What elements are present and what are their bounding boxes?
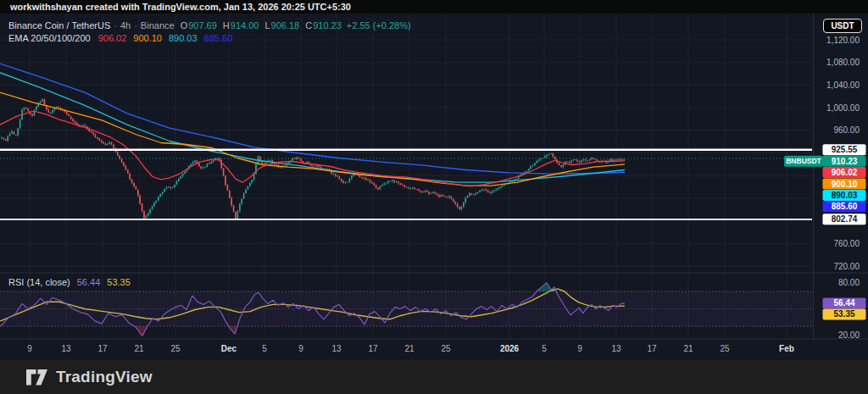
candle-body <box>123 163 125 166</box>
candle-body <box>11 131 13 134</box>
candle-body <box>7 136 8 142</box>
currency-toggle-button[interactable]: USDT <box>823 19 862 33</box>
candle-body <box>489 192 491 193</box>
candle-body <box>223 168 225 175</box>
candle-body <box>447 197 448 197</box>
candle-body <box>342 181 344 183</box>
open-value: 907.69 <box>188 20 217 31</box>
candle-body <box>540 158 542 159</box>
candle-body <box>469 193 470 196</box>
candle-body <box>585 159 587 160</box>
open-label: O <box>181 20 188 31</box>
candle-body <box>192 162 194 164</box>
candle-body <box>591 158 593 159</box>
candle-body <box>332 174 334 175</box>
candle-body <box>40 102 42 103</box>
tradingview-logo-icon[interactable] <box>25 369 48 386</box>
time-axis-label: 9 <box>298 344 303 353</box>
candle-body <box>376 186 377 188</box>
symbol-price-tag-text: BNBUSDT <box>786 157 821 165</box>
candle-body <box>111 142 113 145</box>
candle-body <box>485 189 487 190</box>
candle-body <box>105 144 107 146</box>
candle-body <box>538 159 540 161</box>
candle-body <box>264 164 265 164</box>
candle-body <box>239 203 241 211</box>
candle-body <box>203 168 204 169</box>
price-axis-label: 1,000.00 <box>826 103 860 113</box>
candle-body <box>207 164 209 167</box>
candle-body <box>367 180 369 180</box>
candle-body <box>210 162 212 164</box>
tradingview-brand-text[interactable]: TradingView <box>56 368 153 386</box>
ema-indicator-label[interactable]: EMA 20/50/100/200 <box>8 33 91 43</box>
rsi-indicator-label[interactable]: RSI (14, close) <box>8 277 70 287</box>
candle-body <box>412 188 414 189</box>
candle-body <box>147 214 149 216</box>
candle-body <box>245 190 247 193</box>
candle-body <box>162 191 164 194</box>
candle-body <box>431 193 432 194</box>
exchange-label[interactable]: Binance <box>141 20 175 31</box>
candle-body <box>534 163 536 165</box>
candle-body <box>595 159 597 160</box>
candle-body <box>441 195 442 197</box>
symbol-row: Binance Coin / TetherUS·4h·BinanceO907.6… <box>8 19 411 32</box>
time-axis-label: 17 <box>368 344 378 353</box>
candle-body <box>209 164 210 164</box>
candle-body <box>180 176 181 179</box>
candle-body <box>194 160 196 162</box>
candle-body <box>251 180 253 182</box>
candle-body <box>536 161 537 164</box>
candle-body <box>113 145 114 148</box>
candle-body <box>237 211 239 219</box>
candle-body <box>9 134 11 136</box>
candle-body <box>339 177 341 180</box>
candle-body <box>499 187 501 188</box>
candle-body <box>310 164 312 166</box>
attribution-bar: workwithshayan created with TradingView.… <box>0 0 868 14</box>
interval-label[interactable]: 4h <box>120 20 131 31</box>
candle-body <box>146 215 147 218</box>
candle-body <box>190 164 192 165</box>
candle-body <box>570 160 572 162</box>
symbol-name[interactable]: Binance Coin / TetherUS <box>8 20 110 31</box>
price-level-label-text: 900.10 <box>832 180 858 189</box>
time-axis-label: 13 <box>61 344 71 353</box>
price-level-label-text: 890.03 <box>832 191 858 200</box>
candle-body <box>463 203 465 207</box>
candle-body <box>174 185 175 187</box>
chart-legend: Binance Coin / TetherUS·4h·BinanceO907.6… <box>8 19 411 45</box>
change-value: +2.55 (+0.28%) <box>347 20 411 31</box>
candle-body <box>576 160 578 162</box>
candle-body <box>349 179 351 182</box>
close-value: 910.23 <box>313 20 342 31</box>
candle-body <box>373 183 375 185</box>
candle-body <box>50 113 52 114</box>
candle-body <box>493 191 495 191</box>
candle-body <box>337 176 338 177</box>
candle-body <box>398 182 399 184</box>
candle-body <box>231 198 232 206</box>
candle-body <box>296 158 298 159</box>
candle-body <box>621 159 623 160</box>
time-axis-label: 5 <box>262 344 267 353</box>
ema50-value: 900.10 <box>133 33 162 43</box>
candle-body <box>546 155 548 157</box>
price-level-label-text: 906.02 <box>832 168 858 177</box>
chart-canvas[interactable]: 1,120.001,080.001,040.001,000.00960.0076… <box>0 14 868 360</box>
time-axis[interactable] <box>0 339 868 359</box>
candle-body <box>85 125 86 126</box>
candle-body <box>108 142 110 144</box>
rsi-value-label-text: 53.35 <box>833 309 854 319</box>
rsi-axis-label: 80.00 <box>838 278 860 287</box>
price-axis-label: 760.00 <box>833 239 860 248</box>
candle-body <box>451 197 453 199</box>
candle-body <box>573 159 575 160</box>
candle-body <box>396 182 398 183</box>
candle-body <box>275 164 277 165</box>
candle-body <box>380 186 381 189</box>
candle-body <box>319 165 320 167</box>
time-axis-label: 17 <box>97 344 108 353</box>
candle-body <box>233 206 235 213</box>
